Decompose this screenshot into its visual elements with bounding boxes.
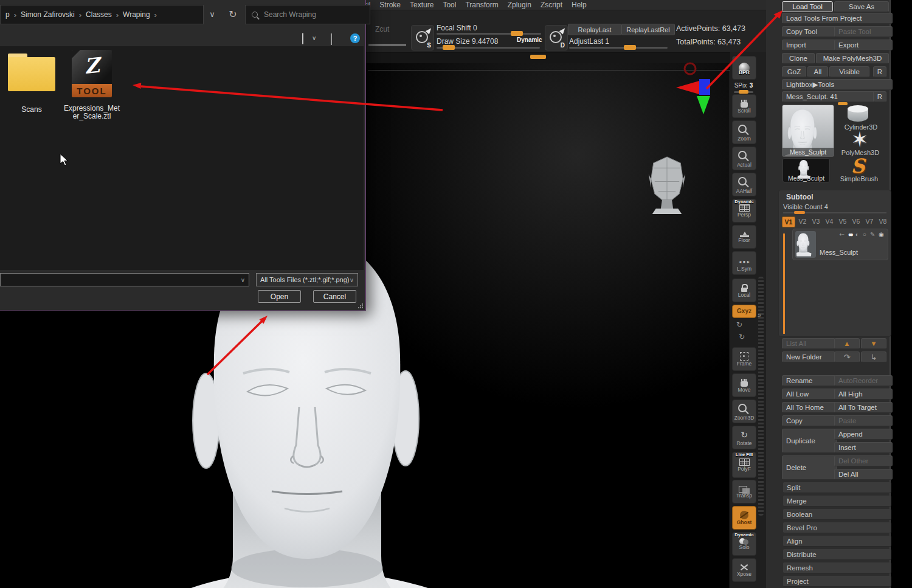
load-tools-from-project-button[interactable]: Load Tools From Project bbox=[782, 13, 893, 24]
move-to-folder-button[interactable]: ↷ bbox=[834, 351, 860, 362]
polymesh3d-star-icon[interactable]: ✶ bbox=[848, 127, 872, 151]
del-all-button[interactable]: Del All bbox=[834, 469, 893, 480]
del-other-button[interactable]: Del Other bbox=[834, 455, 893, 466]
rotate-on-axis2-icon[interactable]: ↻ bbox=[739, 331, 745, 342]
lightbox-tools-button[interactable]: Lightbox▶Tools bbox=[782, 79, 893, 90]
solo-button[interactable]: DynamicSolo bbox=[732, 532, 756, 556]
polyf-button[interactable]: Line FillPolyF bbox=[732, 452, 756, 478]
subtool-arrow-icon[interactable]: ⇠ bbox=[839, 231, 844, 238]
subtool-title[interactable]: Subtool bbox=[786, 193, 814, 201]
draw-brush-chip[interactable]: S bbox=[411, 25, 434, 50]
subtool-scrollbar[interactable] bbox=[783, 233, 785, 334]
menu-texture[interactable]: Texture bbox=[410, 1, 434, 9]
copy-tool-button[interactable]: Copy Tool bbox=[782, 26, 837, 37]
scroll-button[interactable]: Scroll bbox=[732, 94, 756, 118]
cancel-button[interactable]: Cancel bbox=[313, 290, 356, 303]
rotate-button[interactable]: Rotate bbox=[732, 426, 756, 449]
file-item-ztl[interactable]: Z TOOL bbox=[72, 50, 112, 97]
tool-thumb-simplebrush-label[interactable]: SimpleBrush bbox=[833, 175, 885, 182]
focal-shift-thumb[interactable] bbox=[511, 31, 523, 36]
visible-count-slider-label[interactable]: Visible Count 4 bbox=[783, 203, 828, 210]
actual-button[interactable]: Actual bbox=[732, 147, 756, 170]
new-folder-button[interactable]: New Folder bbox=[782, 351, 835, 362]
tray-divider-arrow-icon[interactable]: » bbox=[758, 311, 761, 319]
move-button[interactable]: Move bbox=[732, 373, 756, 397]
replay-last-rel-button[interactable]: ReplayLastRel bbox=[621, 24, 675, 35]
persp-button[interactable]: DynamicPersp bbox=[732, 199, 756, 223]
subtool-eye-icon[interactable]: ◉ bbox=[879, 231, 884, 238]
goz-r-button[interactable]: R bbox=[873, 66, 886, 77]
resize-grip[interactable] bbox=[358, 303, 363, 308]
subtool-down-button[interactable]: ▼ bbox=[861, 338, 886, 349]
chevron-down-icon[interactable]: ∨ bbox=[241, 277, 245, 283]
duplicate-button[interactable]: Duplicate bbox=[782, 429, 837, 453]
filetype-select[interactable]: All Tools Files (*.ztl;*.gif;*.png) ∨ bbox=[256, 273, 358, 286]
dynamic-brush-chip[interactable]: D bbox=[545, 25, 568, 50]
menu-zplugin[interactable]: Zplugin bbox=[508, 1, 531, 9]
zcut-slider[interactable] bbox=[368, 44, 406, 46]
replay-last-button[interactable]: ReplayLast bbox=[568, 24, 621, 35]
make-polymesh3d-button[interactable]: Make PolyMesh3D bbox=[816, 53, 889, 64]
filename-combobox[interactable]: ∨ bbox=[0, 273, 249, 286]
filename-input[interactable] bbox=[1, 275, 241, 284]
gxyz-button[interactable]: Gxyz bbox=[732, 305, 756, 318]
goz-all-button[interactable]: All bbox=[807, 66, 828, 77]
adjust-last-slider[interactable] bbox=[569, 47, 668, 49]
load-tool-button[interactable]: Load Tool bbox=[782, 1, 833, 12]
section-remesh[interactable]: Remesh bbox=[783, 562, 891, 573]
menu-tool[interactable]: Tool bbox=[443, 1, 456, 9]
chevron-down-icon[interactable]: ∨ bbox=[350, 277, 354, 283]
bpr-button[interactable]: BPR bbox=[732, 56, 756, 80]
spix-control[interactable]: SPix 3 bbox=[731, 79, 756, 93]
active-tool-slider[interactable]: Mess_Sculpt. 41 bbox=[782, 91, 876, 102]
simplebrush-s-icon[interactable]: S bbox=[844, 154, 872, 178]
local-button[interactable]: Local bbox=[732, 278, 756, 302]
breadcrumb[interactable]: p › Simon Zafirovski › Classes › Wraping… bbox=[0, 5, 204, 24]
menu-stroke[interactable]: Stroke bbox=[379, 1, 401, 9]
menu-zscript[interactable]: Zscript bbox=[541, 1, 562, 9]
breadcrumb-segment[interactable]: p bbox=[5, 10, 10, 19]
xpose-button[interactable]: Xpose bbox=[732, 558, 756, 582]
draw-size-thumb[interactable] bbox=[443, 45, 455, 50]
section-align[interactable]: Align bbox=[783, 536, 891, 547]
adjust-last-thumb[interactable] bbox=[624, 45, 636, 50]
hscroll-thumb[interactable] bbox=[530, 55, 546, 59]
copy-button[interactable]: Copy bbox=[782, 415, 837, 426]
clone-button[interactable]: Clone bbox=[782, 53, 815, 64]
tab-v1[interactable]: V1 bbox=[782, 216, 795, 227]
all-high-button[interactable]: All High bbox=[834, 389, 893, 399]
export-button[interactable]: Export bbox=[834, 40, 893, 50]
move-out-folder-button[interactable]: ↳ bbox=[861, 351, 886, 362]
layout-dropdown-icon[interactable]: ∨ bbox=[312, 35, 316, 41]
paste-tool-button[interactable]: Paste Tool bbox=[834, 26, 893, 37]
active-tool-thumb[interactable] bbox=[838, 102, 848, 105]
active-tool-r-button[interactable]: R bbox=[873, 91, 886, 102]
subtool-halfcircle-icon[interactable]: ◐ bbox=[855, 231, 859, 238]
axis-gizmo[interactable] bbox=[669, 58, 717, 119]
lsym-button[interactable]: L.Sym bbox=[732, 251, 756, 275]
tab-v8[interactable]: V8 bbox=[877, 216, 889, 226]
search-input[interactable] bbox=[263, 10, 356, 19]
layout-view-icon[interactable] bbox=[302, 33, 303, 44]
menu-transform[interactable]: Transform bbox=[465, 1, 498, 9]
section-boolean[interactable]: Boolean bbox=[783, 509, 891, 520]
section-project[interactable]: Project bbox=[783, 576, 891, 587]
tab-v4[interactable]: V4 bbox=[823, 216, 835, 226]
section-split[interactable]: Split bbox=[783, 482, 891, 493]
all-to-target-button[interactable]: All To Target bbox=[834, 402, 893, 413]
save-as-button[interactable]: Save As bbox=[834, 1, 889, 12]
folder-item-label[interactable]: Scans bbox=[2, 106, 61, 114]
section-merge[interactable]: Merge bbox=[783, 496, 891, 507]
subtool-item-mess-sculpt[interactable]: ⇠ ●● ◐ ○ ✎ ◉ Mess_Sculpt bbox=[792, 229, 888, 260]
focal-shift-slider[interactable] bbox=[437, 33, 541, 35]
subtool-up-button[interactable]: ▲ bbox=[834, 338, 860, 349]
breadcrumb-segment[interactable]: Classes bbox=[86, 10, 112, 19]
draw-size-slider[interactable] bbox=[437, 47, 540, 49]
folder-item-scans[interactable] bbox=[8, 54, 55, 91]
zoom-button[interactable]: Zoom bbox=[732, 120, 756, 144]
goz-button[interactable]: GoZ bbox=[782, 66, 806, 77]
zcut-button[interactable]: Zcut bbox=[375, 25, 389, 33]
zoom3d-button[interactable]: Zoom3D bbox=[732, 399, 756, 423]
tab-v6[interactable]: V6 bbox=[850, 216, 862, 226]
paste-button[interactable]: Paste bbox=[834, 415, 893, 426]
